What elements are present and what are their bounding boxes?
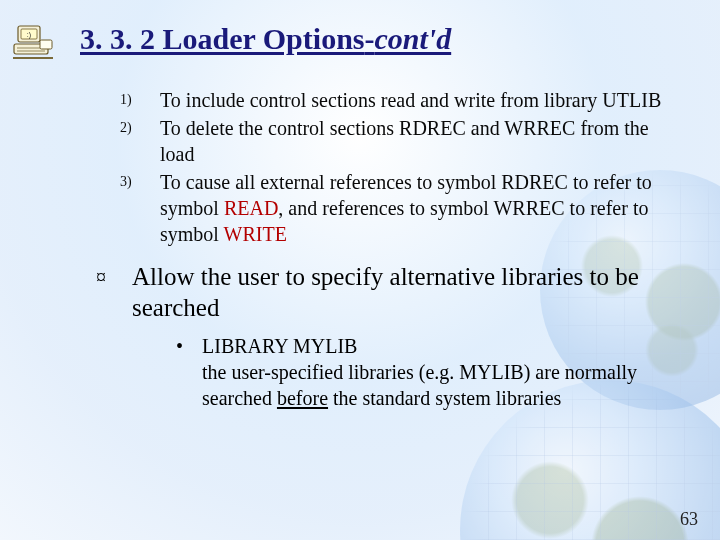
main-bullet-item: ¤ Allow the user to specify alternative … [96,261,680,324]
text-segment: the standard system libraries [328,387,561,409]
slide-content: 3. 3. 2 Loader Options-cont'd 1)To inclu… [0,0,720,540]
numbered-list: 1)To include control sections read and w… [120,87,680,247]
sub-bullet-text: LIBRARY MYLIBthe user-specified librarie… [202,333,680,411]
numbered-item-text: To cause all external references to symb… [160,169,680,247]
sub-bullet-list: • LIBRARY MYLIBthe user-specified librar… [176,333,680,411]
page-number: 63 [680,509,698,530]
numbered-item-text: To include control sections read and wri… [160,87,680,113]
numbered-item: 1)To include control sections read and w… [120,87,680,113]
slide-title: 3. 3. 2 Loader Options-cont'd [80,22,680,57]
numbered-item-text: To delete the control sections RDREC and… [160,115,680,167]
main-bullet-text: Allow the user to specify alternative li… [132,261,680,324]
numbered-item: 2)To delete the control sections RDREC a… [120,115,680,167]
title-dash: - [365,22,375,55]
text-segment: LIBRARY MYLIB [202,335,357,357]
highlight-text: READ [224,197,278,219]
title-main: 3. 3. 2 Loader Options [80,22,365,55]
list-marker: 1) [120,87,160,109]
sub-bullet-marker: • [176,333,202,359]
bullet-marker-icon: ¤ [96,261,132,290]
underline-text: before [277,387,328,409]
text-segment: To include control sections read and wri… [160,89,661,111]
highlight-text: WRITE [224,223,287,245]
sub-bullet-item: • LIBRARY MYLIBthe user-specified librar… [176,333,680,411]
numbered-item: 3)To cause all external references to sy… [120,169,680,247]
main-bullet-list: ¤ Allow the user to specify alternative … [96,261,680,324]
text-segment: To delete the control sections RDREC and… [160,117,649,165]
title-contd: cont'd [375,22,452,55]
list-marker: 3) [120,169,160,191]
list-marker: 2) [120,115,160,137]
